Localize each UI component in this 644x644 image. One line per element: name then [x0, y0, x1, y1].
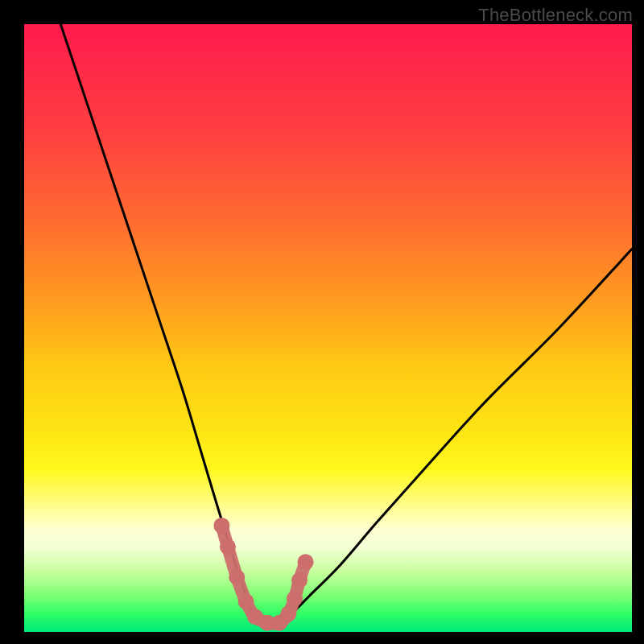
dotted-segment-point — [229, 569, 245, 585]
dotted-segment-point — [298, 554, 314, 570]
dotted-segment-point — [287, 590, 303, 606]
bottleneck-curve — [60, 24, 632, 624]
dotted-segment-point — [280, 605, 296, 621]
dotted-segment-point — [213, 518, 229, 534]
watermark-label: TheBottleneck.com — [478, 5, 633, 26]
dotted-segment-point — [238, 593, 254, 609]
chart-frame: TheBottleneck.com — [0, 0, 644, 644]
chart-svg — [24, 24, 632, 632]
dotted-segment — [213, 518, 313, 631]
dotted-segment-point — [220, 539, 236, 555]
dotted-segment-point — [291, 572, 308, 588]
